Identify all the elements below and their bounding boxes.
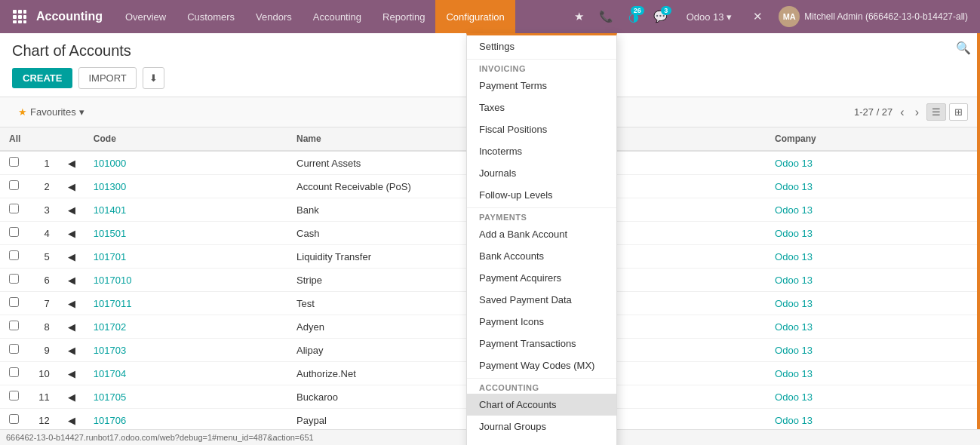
row-code[interactable]: 101706 bbox=[84, 409, 287, 432]
dropdown-item-payment-icons[interactable]: Payment Icons bbox=[467, 311, 616, 333]
create-button[interactable]: CREATE bbox=[12, 68, 72, 88]
checkbox-input[interactable] bbox=[9, 180, 19, 190]
row-checkbox[interactable] bbox=[0, 409, 29, 432]
select-all-checkbox[interactable]: All bbox=[0, 127, 29, 151]
row-expand[interactable]: ◀ bbox=[59, 175, 84, 198]
row-company: Odoo 13 bbox=[766, 245, 980, 269]
dropdown-item-payment-way-mx[interactable]: Payment Way Codes (MX) bbox=[467, 354, 616, 376]
dropdown-item-product-categories[interactable]: Product Categories bbox=[467, 437, 616, 445]
nav-accounting[interactable]: Accounting bbox=[303, 0, 372, 33]
row-code[interactable]: 1017010 bbox=[84, 269, 287, 292]
row-expand[interactable]: ◀ bbox=[59, 292, 84, 315]
row-checkbox[interactable] bbox=[0, 362, 29, 385]
row-checkbox[interactable] bbox=[0, 222, 29, 245]
row-code[interactable]: 101401 bbox=[84, 198, 287, 222]
row-company: Odoo 13 bbox=[766, 315, 980, 339]
list-view-button[interactable]: ☰ bbox=[926, 103, 946, 121]
row-checkbox[interactable] bbox=[0, 175, 29, 198]
chat-icon-btn[interactable]: 💬 3 bbox=[649, 5, 673, 29]
import-button[interactable]: IMPORT bbox=[78, 67, 136, 89]
row-expand[interactable]: ◀ bbox=[59, 362, 84, 385]
search-icon: 🔍 bbox=[956, 41, 971, 54]
dropdown-item-chart-of-accounts[interactable]: Chart of Accounts bbox=[467, 394, 616, 416]
dropdown-item-bank-accounts[interactable]: Bank Accounts bbox=[467, 245, 616, 267]
row-expand[interactable]: ◀ bbox=[59, 198, 84, 222]
row-code[interactable]: 101300 bbox=[84, 175, 287, 198]
checkbox-input[interactable] bbox=[9, 414, 19, 424]
user-name: Mitchell Admin (666462-13-0-b14427-all) bbox=[804, 11, 968, 22]
row-checkbox[interactable] bbox=[0, 245, 29, 269]
activity-icon-btn[interactable]: ◑ 26 bbox=[622, 5, 646, 29]
row-expand[interactable]: ◀ bbox=[59, 245, 84, 269]
checkbox-input[interactable] bbox=[9, 297, 19, 307]
row-code[interactable]: 101702 bbox=[84, 315, 287, 339]
user-menu[interactable]: MA Mitchell Admin (666462-13-0-b14427-al… bbox=[773, 6, 974, 27]
row-code[interactable]: 101705 bbox=[84, 385, 287, 409]
row-code[interactable]: 1017011 bbox=[84, 292, 287, 315]
dropdown-item-incoterms[interactable]: Incoterms bbox=[467, 140, 616, 162]
row-expand[interactable]: ◀ bbox=[59, 222, 84, 245]
row-code[interactable]: 101704 bbox=[84, 362, 287, 385]
col-code[interactable]: Code bbox=[84, 127, 287, 151]
checkbox-input[interactable] bbox=[9, 274, 19, 284]
col-arr bbox=[59, 127, 84, 151]
dropdown-item-saved-payment[interactable]: Saved Payment Data bbox=[467, 289, 616, 311]
nav-customers[interactable]: Customers bbox=[177, 0, 245, 33]
dropdown-item-payment-terms[interactable]: Payment Terms bbox=[467, 75, 616, 97]
nav-version[interactable]: Odoo 13 ▾ bbox=[676, 11, 743, 23]
row-expand[interactable]: ◀ bbox=[59, 339, 84, 362]
checkbox-input[interactable] bbox=[9, 344, 19, 354]
checkbox-input[interactable] bbox=[9, 157, 19, 167]
dropdown-item-add-bank[interactable]: Add a Bank Account bbox=[467, 223, 616, 245]
col-company[interactable]: Company bbox=[766, 127, 980, 151]
row-checkbox[interactable] bbox=[0, 315, 29, 339]
checkbox-input[interactable] bbox=[9, 250, 19, 260]
row-checkbox[interactable] bbox=[0, 151, 29, 175]
favourites-button[interactable]: ★ Favourites ▾ bbox=[12, 103, 91, 121]
dropdown-item-taxes[interactable]: Taxes bbox=[467, 97, 616, 118]
svg-rect-0 bbox=[13, 10, 17, 14]
dropdown-item-settings[interactable]: Settings bbox=[467, 35, 616, 57]
row-checkbox[interactable] bbox=[0, 339, 29, 362]
dropdown-item-payment-acquirers[interactable]: Payment Acquirers bbox=[467, 267, 616, 289]
search-icon-btn[interactable]: 🔍 bbox=[947, 33, 980, 63]
checkbox-input[interactable] bbox=[9, 391, 19, 400]
row-checkbox[interactable] bbox=[0, 269, 29, 292]
checkbox-input[interactable] bbox=[9, 367, 19, 377]
download-button[interactable]: ⬇ bbox=[143, 67, 164, 89]
row-checkbox[interactable] bbox=[0, 292, 29, 315]
apps-menu-icon[interactable] bbox=[6, 3, 33, 30]
checkbox-input[interactable] bbox=[9, 204, 19, 213]
row-expand[interactable]: ◀ bbox=[59, 151, 84, 175]
checkbox-input[interactable] bbox=[9, 321, 19, 330]
dropdown-item-journal-groups[interactable]: Journal Groups bbox=[467, 416, 616, 437]
close-icon-btn[interactable]: ✕ bbox=[745, 5, 770, 29]
star-icon-btn[interactable]: ★ bbox=[567, 5, 591, 29]
nav-reporting[interactable]: Reporting bbox=[372, 0, 435, 33]
row-expand[interactable]: ◀ bbox=[59, 269, 84, 292]
phone-icon-btn[interactable]: 📞 bbox=[594, 5, 619, 29]
row-expand[interactable]: ◀ bbox=[59, 409, 84, 432]
nav-configuration[interactable]: Configuration bbox=[435, 0, 515, 33]
row-expand[interactable]: ◀ bbox=[59, 385, 84, 409]
row-code[interactable]: 101000 bbox=[84, 151, 287, 175]
nav-vendors[interactable]: Vendors bbox=[245, 0, 303, 33]
checkbox-input[interactable] bbox=[9, 227, 19, 237]
row-code[interactable]: 101701 bbox=[84, 245, 287, 269]
row-company: Odoo 13 bbox=[766, 409, 980, 432]
nav-overview[interactable]: Overview bbox=[115, 0, 177, 33]
prev-page-button[interactable]: ‹ bbox=[897, 106, 907, 119]
grid-view-button[interactable]: ⊞ bbox=[949, 103, 968, 121]
row-checkbox[interactable] bbox=[0, 198, 29, 222]
next-page-button[interactable]: › bbox=[912, 106, 922, 119]
chevron-down-icon: ▾ bbox=[79, 106, 84, 118]
dropdown-item-payment-transactions[interactable]: Payment Transactions bbox=[467, 333, 616, 354]
dropdown-item-followup-levels[interactable]: Follow-up Levels bbox=[467, 184, 616, 206]
row-code[interactable]: 101703 bbox=[84, 339, 287, 362]
row-code[interactable]: 101501 bbox=[84, 222, 287, 245]
row-checkbox[interactable] bbox=[0, 385, 29, 409]
row-expand[interactable]: ◀ bbox=[59, 315, 84, 339]
dropdown-item-journals[interactable]: Journals bbox=[467, 162, 616, 184]
dropdown-item-fiscal-positions[interactable]: Fiscal Positions bbox=[467, 118, 616, 140]
download-icon: ⬇ bbox=[149, 72, 158, 84]
